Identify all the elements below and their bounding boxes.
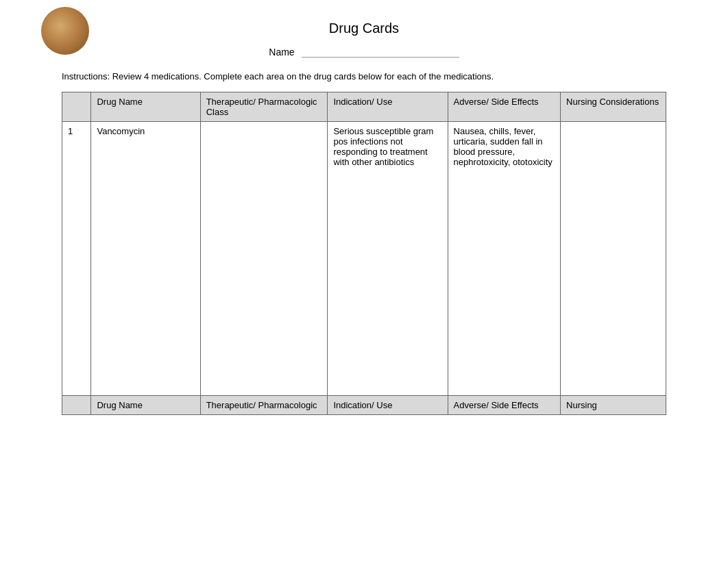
header-nursing: Nursing Considerations <box>561 92 666 122</box>
table-row: 1 Vancomycin Serious susceptible gram po… <box>62 122 666 396</box>
row1-nursing <box>561 122 666 396</box>
header-num <box>62 92 91 122</box>
row1-adverse: Nausea, chills, fever, urticaria, sudden… <box>448 122 561 396</box>
header-adverse: Adverse/ Side Effects <box>448 92 561 122</box>
table-second-header-row: Drug Name Therapeutic/ Pharmacologic Ind… <box>62 396 666 415</box>
row1-indication: Serious susceptible gram pos infections … <box>328 122 448 396</box>
logo-image <box>41 7 89 55</box>
name-input-line[interactable] <box>302 47 459 58</box>
header2-therapeutic: Therapeutic/ Pharmacologic <box>200 396 328 415</box>
header-therapeutic: Therapeutic/ Pharmacologic Class <box>200 92 328 122</box>
header2-adverse: Adverse/ Side Effects <box>448 396 561 415</box>
header-drug-name: Drug Name <box>91 92 200 122</box>
header2-indication: Indication/ Use <box>328 396 448 415</box>
page-header: Drug Cards Name <box>21 14 707 58</box>
row1-therapeutic <box>200 122 328 396</box>
page-title: Drug Cards <box>21 21 707 36</box>
header2-nursing: Nursing <box>561 396 666 415</box>
name-row: Name <box>21 47 707 58</box>
header2-num <box>62 396 91 415</box>
row1-num: 1 <box>62 122 91 396</box>
header2-drug-name: Drug Name <box>91 396 200 415</box>
header-indication: Indication/ Use <box>328 92 448 122</box>
table-header-row: Drug Name Therapeutic/ Pharmacologic Cla… <box>62 92 666 122</box>
name-label: Name <box>269 47 294 58</box>
logo <box>41 7 103 68</box>
instructions: Instructions: Review 4 medications. Comp… <box>62 71 666 82</box>
row1-drug-name: Vancomycin <box>91 122 200 396</box>
drug-table: Drug Name Therapeutic/ Pharmacologic Cla… <box>62 92 666 415</box>
